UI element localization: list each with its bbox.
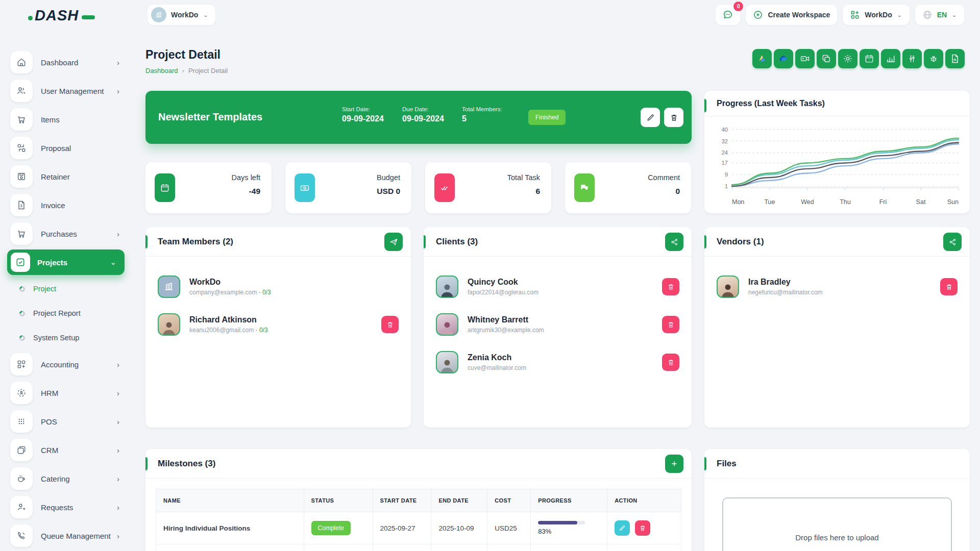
client-email: antgrumik30@example.com — [468, 327, 544, 334]
team-member-row: WorkDo company@example.com - 0/3 — [158, 268, 399, 306]
vendor-email: negefuricu@mailinator.com — [748, 289, 823, 296]
sidebar-item-crm[interactable]: CRM › — [0, 436, 132, 464]
sidebar-item-requests[interactable]: Requests › — [0, 493, 132, 521]
member-quota: 0/3 — [262, 289, 271, 296]
phone-icon — [10, 524, 33, 547]
cart-icon — [10, 108, 33, 131]
save-icon — [10, 165, 33, 188]
workspace-selector[interactable]: WorkDo ⌄ — [147, 4, 216, 26]
remove-member-button[interactable] — [381, 316, 399, 333]
sidebar-item-catering[interactable]: Catering › — [0, 464, 132, 493]
trash-icon — [667, 283, 675, 291]
chevron-right-icon: › — [117, 503, 119, 512]
settings-button[interactable] — [838, 49, 857, 68]
onedrive-button[interactable] — [774, 49, 793, 68]
accent-bar — [704, 457, 706, 470]
milestone-cost: USD25 — [487, 512, 531, 544]
sidebar: Dashboard › User Management › Items Prop… — [0, 30, 132, 551]
google-drive-button[interactable] — [752, 49, 772, 68]
milestones-title: Milestones (3) — [158, 459, 215, 469]
sidebar-subitem-system-setup[interactable]: System Setup — [0, 325, 132, 350]
sidebar-subitem-project-report[interactable]: Project Report — [0, 301, 132, 325]
svg-text:Fri: Fri — [879, 198, 887, 206]
table-header-row: NAME STATUS START DATE END DATE COST PRO… — [156, 489, 681, 512]
sidebar-item-proposal[interactable]: Proposal — [0, 134, 132, 162]
bar-chart-button[interactable] — [881, 49, 900, 68]
svg-text:1: 1 — [725, 183, 728, 189]
person-photo — [438, 282, 456, 297]
delete-project-button[interactable] — [664, 108, 683, 127]
person-photo — [719, 282, 737, 297]
sidebar-item-pos[interactable]: POS › — [0, 407, 132, 436]
due-date-label: Due Date: — [402, 106, 444, 112]
language-selector[interactable]: EN ⌄ — [915, 4, 965, 26]
sidebar-item-items[interactable]: Items — [0, 105, 132, 134]
sidebar-item-purchases[interactable]: Purchases › — [0, 219, 132, 248]
avatar — [436, 276, 458, 298]
sidebar-subitem-project[interactable]: Project — [0, 277, 132, 301]
breadcrumb-separator: › — [182, 67, 184, 74]
create-workspace-button[interactable]: Create Workspace — [745, 4, 838, 26]
remove-vendor-button[interactable] — [940, 278, 958, 295]
svg-text:40: 40 — [722, 127, 728, 133]
sidebar-item-invoice[interactable]: Invoice — [0, 191, 132, 219]
vendors-title: Vendors (1) — [717, 237, 764, 247]
sidebar-item-queue-management[interactable]: Queue Management › — [0, 521, 132, 550]
sidebar-item-hrm[interactable]: HRM › — [0, 379, 132, 407]
member-name: WorkDo — [189, 278, 271, 287]
sidebar-item-accounting[interactable]: Accounting › — [0, 350, 132, 379]
remove-client-button[interactable] — [662, 278, 679, 295]
logo-dot — [28, 16, 33, 20]
sidebar-item-dashboard[interactable]: Dashboard › — [0, 48, 132, 77]
person-photo — [438, 357, 456, 372]
edit-milestone-button[interactable] — [615, 520, 630, 536]
bug-button[interactable] — [924, 49, 943, 68]
edit-project-button[interactable] — [641, 108, 660, 127]
delete-milestone-button[interactable] — [635, 520, 650, 536]
workspace-menu-label: WorkDo — [865, 11, 892, 19]
create-workspace-label: Create Workspace — [768, 11, 830, 19]
invite-member-button[interactable] — [384, 233, 403, 251]
video-camera-button[interactable] — [795, 49, 815, 68]
logo-dash — [82, 15, 95, 19]
status-badge: Finished — [528, 110, 566, 125]
messenger-button[interactable]: 0 — [715, 4, 741, 26]
report-file-button[interactable] — [945, 49, 965, 68]
chevron-right-icon: › — [117, 446, 119, 455]
breadcrumb-dashboard-link[interactable]: Dashboard — [145, 67, 178, 74]
remove-client-button[interactable] — [662, 354, 679, 371]
proposal-icon — [10, 137, 33, 159]
target-person-icon — [10, 382, 33, 404]
stat-label: Total Task — [507, 173, 540, 182]
stat-label: Comment — [648, 173, 680, 182]
stat-value: 0 — [675, 187, 680, 196]
svg-text:Mon: Mon — [732, 198, 744, 206]
svg-text:17: 17 — [722, 160, 728, 166]
workspace-menu-button[interactable]: WorkDo ⌄ — [842, 4, 910, 26]
windows-icon — [10, 439, 33, 461]
calendar-button[interactable] — [860, 49, 879, 68]
total-members-block: Total Members: 5 — [462, 106, 502, 123]
stat-label: Days left — [232, 173, 260, 182]
sidebar-item-projects-active[interactable]: Projects ⌄ — [7, 249, 125, 275]
sidebar-item-user-management[interactable]: User Management › — [0, 77, 132, 105]
trash-icon — [667, 321, 675, 329]
share-vendors-button[interactable] — [943, 233, 962, 251]
sidebar-item-retainer[interactable]: Retainer — [0, 162, 132, 191]
sliders-button[interactable] — [902, 49, 922, 68]
sidebar-item-label: Invoice — [41, 201, 65, 210]
breadcrumb-current: Project Detail — [188, 67, 228, 74]
sidebar-item-label: CRM — [41, 446, 58, 455]
share-clients-button[interactable] — [665, 233, 683, 251]
sidebar-item-label: Purchases — [41, 230, 77, 238]
sidebar-subitem-label: Project — [33, 285, 56, 293]
milestones-table: NAME STATUS START DATE END DATE COST PRO… — [156, 489, 681, 551]
remove-client-button[interactable] — [662, 316, 679, 333]
file-dropzone[interactable]: Drop files here to upload — [722, 497, 952, 551]
sidebar-subitem-label: Project Report — [33, 309, 81, 317]
workspace-selector-label: WorkDo — [171, 11, 198, 19]
copy-button[interactable] — [817, 49, 836, 68]
add-milestone-button[interactable] — [665, 455, 683, 473]
files-title: Files — [717, 459, 737, 469]
client-name: Whitney Barrett — [468, 315, 544, 324]
